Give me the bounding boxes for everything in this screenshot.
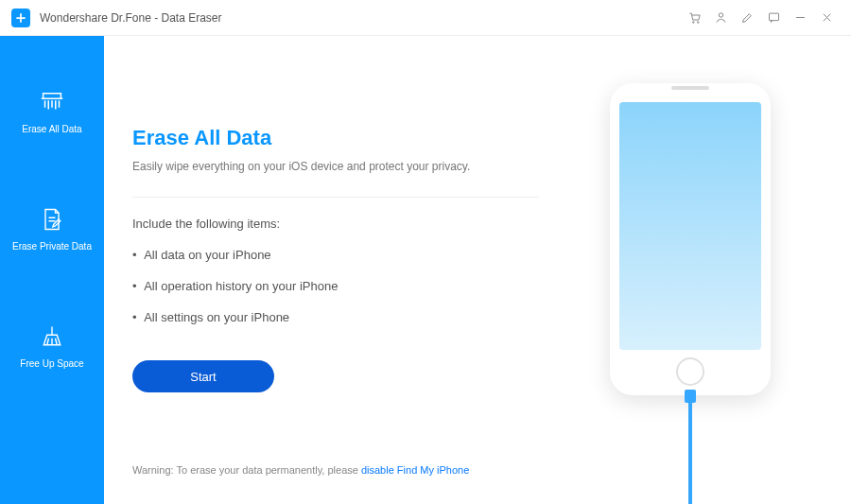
sidebar: Erase All Data Erase Private Data Free U… [0,36,104,504]
list-item: All operation history on your iPhone [132,279,539,293]
minimize-icon[interactable] [787,5,813,31]
shredder-icon [38,88,66,116]
close-icon[interactable] [813,5,840,31]
app-title: Wondershare Dr.Fone - Data Eraser [40,11,222,25]
svg-point-0 [692,22,694,24]
start-button[interactable]: Start [132,360,274,392]
app-logo [11,9,30,27]
sidebar-item-label: Free Up Space [20,358,83,369]
divider [132,197,539,198]
page-title: Erase All Data [132,126,539,150]
sidebar-item-free-up-space[interactable]: Free Up Space [20,322,83,369]
warning-text: Warning: To erase your data permanently,… [132,464,823,485]
sidebar-item-label: Erase Private Data [12,241,92,252]
main-content: Erase All Data Easily wipe everything on… [104,36,851,504]
device-preview [558,74,823,464]
sidebar-item-erase-private-data[interactable]: Erase Private Data [12,205,92,252]
list-item: All settings on your iPhone [132,310,539,324]
phone-cable [688,395,692,504]
phone-mockup [610,83,771,395]
disable-find-my-iphone-link[interactable]: disable Find My iPhone [361,464,469,476]
svg-rect-3 [769,13,778,21]
svg-point-2 [719,13,722,17]
include-label: Include the following items: [132,217,539,231]
phone-screen [619,102,761,350]
user-icon[interactable] [707,5,734,31]
sidebar-item-label: Erase All Data [22,124,81,134]
include-list: All data on your iPhone All operation hi… [132,248,539,324]
titlebar: Wondershare Dr.Fone - Data Eraser [0,0,851,36]
edit-icon[interactable] [734,5,760,31]
sidebar-item-erase-all-data[interactable]: Erase All Data [22,88,81,134]
page-subtitle: Easily wipe everything on your iOS devic… [132,160,539,173]
phone-home-button [676,357,704,386]
warning-prefix: Warning: To erase your data permanently,… [132,464,361,476]
broom-icon [38,322,66,351]
list-item: All data on your iPhone [132,248,539,262]
cart-icon[interactable] [681,5,707,31]
feedback-icon[interactable] [760,5,787,31]
document-edit-icon [38,205,66,234]
svg-point-1 [697,22,699,24]
